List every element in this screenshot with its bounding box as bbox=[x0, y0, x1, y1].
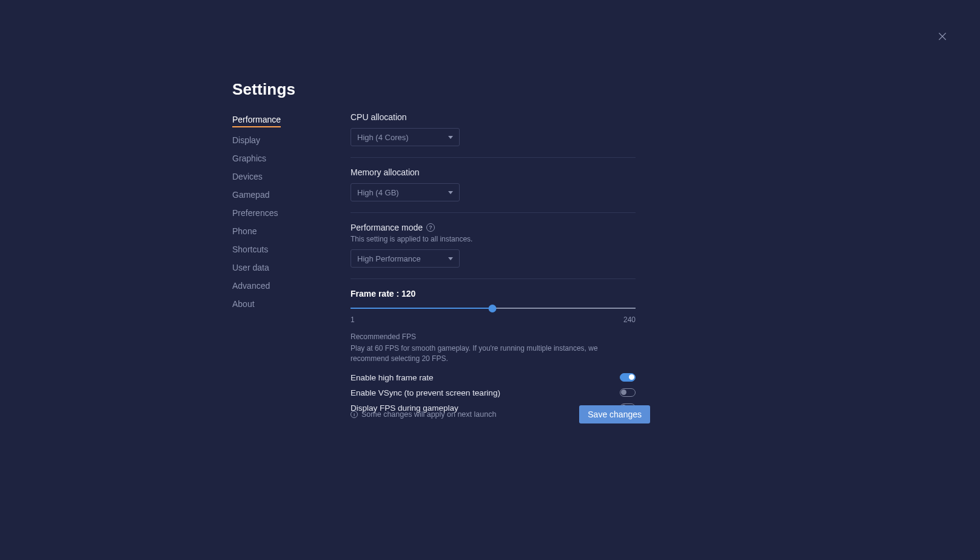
sidebar-item-phone[interactable]: Phone bbox=[232, 226, 281, 237]
sidebar-item-performance[interactable]: Performance bbox=[232, 114, 281, 127]
info-icon: i bbox=[351, 411, 358, 418]
performance-mode-label-text: Performance mode bbox=[351, 223, 423, 232]
settings-content: CPU allocation High (4 Cores) Memory all… bbox=[351, 112, 636, 423]
help-icon[interactable]: ? bbox=[426, 223, 435, 232]
performance-mode-subtext: This setting is applied to all instances… bbox=[351, 235, 636, 243]
cpu-allocation-select[interactable]: High (4 Cores) bbox=[351, 128, 460, 146]
performance-mode-section: Performance mode ? This setting is appli… bbox=[351, 223, 636, 268]
close-icon bbox=[937, 31, 948, 42]
sidebar-item-about[interactable]: About bbox=[232, 299, 281, 309]
performance-mode-value: High Performance bbox=[357, 254, 421, 263]
divider bbox=[351, 212, 636, 213]
sidebar-item-preferences[interactable]: Preferences bbox=[232, 207, 281, 218]
memory-allocation-select[interactable]: High (4 GB) bbox=[351, 183, 460, 201]
page-title: Settings bbox=[232, 80, 295, 99]
recommended-fps-body: Play at 60 FPS for smooth gameplay. If y… bbox=[351, 343, 636, 365]
memory-allocation-section: Memory allocation High (4 GB) bbox=[351, 167, 636, 201]
enable-high-frame-rate-label: Enable high frame rate bbox=[351, 373, 434, 382]
enable-vsync-toggle[interactable] bbox=[620, 388, 636, 397]
enable-vsync-label: Enable VSync (to prevent screen tearing) bbox=[351, 388, 500, 397]
caret-down-icon bbox=[448, 191, 453, 194]
performance-mode-label: Performance mode ? bbox=[351, 223, 636, 232]
enable-high-frame-rate-toggle[interactable] bbox=[620, 373, 636, 382]
divider bbox=[351, 278, 636, 279]
memory-allocation-value: High (4 GB) bbox=[357, 188, 399, 197]
sidebar-item-shortcuts[interactable]: Shortcuts bbox=[232, 244, 281, 255]
close-button[interactable] bbox=[935, 29, 950, 44]
save-changes-button[interactable]: Save changes bbox=[579, 405, 650, 423]
caret-down-icon bbox=[448, 257, 453, 260]
memory-allocation-label: Memory allocation bbox=[351, 167, 636, 177]
recommended-fps-title: Recommended FPS bbox=[351, 332, 636, 341]
slider-min: 1 bbox=[351, 315, 355, 324]
enable-vsync-row: Enable VSync (to prevent screen tearing) bbox=[351, 388, 636, 397]
toggle-knob bbox=[621, 390, 626, 395]
settings-footer: i Some changes will apply on next launch… bbox=[351, 405, 650, 423]
footer-note-text: Some changes will apply on next launch bbox=[361, 410, 496, 419]
frame-rate-label-prefix: Frame rate : bbox=[351, 289, 401, 299]
cpu-allocation-section: CPU allocation High (4 Cores) bbox=[351, 112, 636, 146]
frame-rate-section: Frame rate : 120 1 240 Recommended FPS P… bbox=[351, 289, 636, 413]
sidebar-item-graphics[interactable]: Graphics bbox=[232, 153, 281, 164]
sidebar-item-gamepad[interactable]: Gamepad bbox=[232, 189, 281, 200]
settings-sidebar: Performance Display Graphics Devices Gam… bbox=[232, 114, 281, 309]
slider-max: 240 bbox=[623, 315, 636, 324]
sidebar-item-user-data[interactable]: User data bbox=[232, 262, 281, 273]
footer-note: i Some changes will apply on next launch bbox=[351, 410, 496, 419]
sidebar-item-display[interactable]: Display bbox=[232, 135, 281, 146]
cpu-allocation-value: High (4 Cores) bbox=[357, 133, 409, 142]
slider-fill bbox=[351, 308, 492, 309]
enable-high-frame-rate-row: Enable high frame rate bbox=[351, 373, 636, 382]
frame-rate-value: 120 bbox=[401, 289, 415, 299]
performance-mode-select[interactable]: High Performance bbox=[351, 249, 460, 268]
sidebar-item-devices[interactable]: Devices bbox=[232, 171, 281, 182]
sidebar-item-advanced[interactable]: Advanced bbox=[232, 280, 281, 291]
cpu-allocation-label: CPU allocation bbox=[351, 112, 636, 122]
slider-thumb[interactable] bbox=[489, 305, 497, 312]
divider bbox=[351, 157, 636, 158]
slider-range-labels: 1 240 bbox=[351, 315, 636, 324]
toggle-knob bbox=[629, 374, 634, 380]
frame-rate-label: Frame rate : 120 bbox=[351, 289, 636, 299]
frame-rate-slider[interactable] bbox=[351, 303, 636, 313]
caret-down-icon bbox=[448, 136, 453, 139]
